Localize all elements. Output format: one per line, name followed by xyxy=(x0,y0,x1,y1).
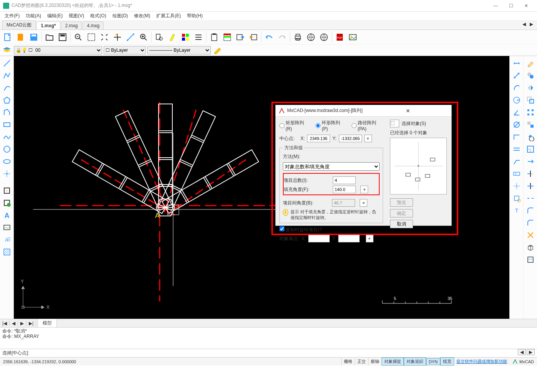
layer-selector[interactable]: 🔒💡 ☐ 00 xyxy=(14,46,102,54)
line-tool[interactable] xyxy=(1,58,13,69)
copy-button[interactable] xyxy=(525,70,536,81)
model-tab[interactable]: 模型 xyxy=(38,319,57,328)
tab-1mxg[interactable]: 1.mxg* xyxy=(36,21,60,30)
dim-continue-button[interactable] xyxy=(511,143,522,155)
block-insert-tool[interactable]: + xyxy=(1,185,13,196)
text-style-button[interactable]: T xyxy=(511,205,522,216)
list-button[interactable] xyxy=(192,31,205,43)
image-tool[interactable] xyxy=(1,222,13,233)
spline-tool[interactable] xyxy=(1,131,13,143)
radio-polar-array[interactable]: 环形阵列(P) xyxy=(316,120,345,132)
menu-extension[interactable]: 扩展工具(E) xyxy=(153,12,184,20)
minimize-button[interactable]: — xyxy=(488,0,503,11)
center-y-input[interactable] xyxy=(339,135,362,142)
dialog-titlebar[interactable]: MxCAD-[www.mxdraw3d.com]-[阵列] ✕ xyxy=(276,105,451,117)
pick-center-button[interactable]: ⌖ xyxy=(364,135,372,142)
maximize-button[interactable]: ☐ xyxy=(503,0,519,11)
mirror-button[interactable] xyxy=(525,82,536,94)
redo-button[interactable] xyxy=(276,31,288,43)
print-button[interactable] xyxy=(292,31,304,43)
pick-base-button[interactable]: ⌖ xyxy=(366,235,373,242)
pdf-button[interactable]: PDF xyxy=(334,31,346,43)
text-tool[interactable]: A xyxy=(1,209,13,221)
block-create-tool[interactable] xyxy=(1,197,13,209)
layer-properties-button[interactable] xyxy=(221,31,233,43)
save-button[interactable] xyxy=(28,31,40,43)
feedback-link[interactable]: 提交软件问题或增加新功能 xyxy=(454,359,509,364)
circle-tool[interactable] xyxy=(1,143,13,155)
undo-button[interactable] xyxy=(263,31,275,43)
color-selector[interactable]: ☐ ByLayer xyxy=(104,46,146,54)
base-x-input[interactable] xyxy=(308,235,330,242)
offset-button[interactable] xyxy=(525,94,536,106)
menu-help[interactable]: 帮助(H) xyxy=(184,12,206,20)
menu-view[interactable]: 视图(V) xyxy=(66,12,87,20)
zoom-realtime-button[interactable] xyxy=(137,31,150,43)
menu-file[interactable]: 文件(F) xyxy=(2,12,23,20)
fillet-button[interactable] xyxy=(525,205,536,216)
tab-next-button[interactable]: ▶ xyxy=(528,21,535,27)
erase-button[interactable] xyxy=(525,58,536,69)
mtab-prev[interactable]: ◀ xyxy=(10,321,18,326)
highlight-button[interactable] xyxy=(166,31,178,43)
close-button[interactable]: ✕ xyxy=(519,0,534,11)
layer-manager-button[interactable] xyxy=(2,46,12,55)
status-ortho[interactable]: 正交 xyxy=(355,358,368,365)
web-button[interactable] xyxy=(318,31,330,43)
zoom-extents-button[interactable] xyxy=(98,31,111,43)
cloud-button[interactable] xyxy=(511,193,522,204)
pan-button[interactable] xyxy=(111,31,124,43)
command-input[interactable]: 选择[中心点]: ◀ ▶ xyxy=(0,349,537,357)
mtab-last[interactable]: ▶| xyxy=(26,321,36,326)
menu-format[interactable]: 格式(O) xyxy=(87,12,109,20)
zoom-previous-button[interactable] xyxy=(72,31,84,43)
pick-item-angle-button[interactable]: ⌖ xyxy=(360,199,367,207)
ellipse-tool[interactable] xyxy=(1,156,13,167)
tab-cloud[interactable]: MxCAD云图 xyxy=(2,20,36,30)
polyline-tool[interactable] xyxy=(1,70,13,81)
trim-button[interactable] xyxy=(525,168,536,180)
menu-edit[interactable]: 编辑(E) xyxy=(44,12,66,20)
import-button[interactable] xyxy=(247,31,259,43)
move-button[interactable] xyxy=(525,119,536,130)
rotate-button[interactable] xyxy=(525,131,536,143)
export-button[interactable] xyxy=(234,31,246,43)
hatch-tool[interactable] xyxy=(1,246,13,258)
properties-button[interactable] xyxy=(525,254,536,265)
status-lweight[interactable]: 线宽 xyxy=(440,357,454,366)
polygon-tool[interactable] xyxy=(1,94,13,106)
point-tool[interactable] xyxy=(1,168,13,180)
dialog-close-button[interactable]: ✕ xyxy=(368,108,448,114)
rotate-copy-checkbox[interactable]: 复制时旋转项目(T xyxy=(279,226,322,233)
save-as-button[interactable] xyxy=(56,31,69,43)
extend-button[interactable] xyxy=(525,180,536,192)
center-mark-button[interactable] xyxy=(511,180,522,192)
menu-function[interactable]: 功能(A) xyxy=(23,12,44,20)
stretch-button[interactable] xyxy=(525,156,536,167)
new-file-button[interactable] xyxy=(2,31,14,43)
status-grid[interactable]: 栅格 xyxy=(341,358,355,365)
dim-angular-button[interactable] xyxy=(511,107,522,118)
center-x-input[interactable] xyxy=(307,135,330,142)
tab-2mxg[interactable]: 2.mxg xyxy=(61,21,82,30)
cmd-scroll-left[interactable]: ◀ xyxy=(518,349,526,355)
explode-button[interactable] xyxy=(525,229,536,241)
leader-button[interactable] xyxy=(511,156,522,167)
menu-draw[interactable]: 绘图(D) xyxy=(109,12,131,20)
cancel-button[interactable]: 取消 xyxy=(390,220,413,228)
radio-path-array[interactable]: 路径阵列(PA) xyxy=(352,120,383,132)
mtab-next[interactable]: ▶ xyxy=(18,321,26,326)
clipboard-button[interactable] xyxy=(208,31,220,43)
find-button[interactable] xyxy=(153,31,165,43)
tab-prev-button[interactable]: ◀ xyxy=(521,21,527,27)
item-total-input[interactable] xyxy=(333,176,356,184)
status-otrack[interactable]: 对象追踪 xyxy=(404,357,426,366)
mtext-tool[interactable]: A xyxy=(1,234,13,245)
open-folder-button[interactable] xyxy=(43,31,56,43)
status-polar[interactable]: 极轴 xyxy=(368,358,382,365)
dim-linear-button[interactable] xyxy=(511,58,522,69)
edit-pencil-button[interactable] xyxy=(212,46,223,55)
linetype-selector[interactable]: ————— ByLayer xyxy=(147,46,211,54)
zoom-window-button[interactable] xyxy=(85,31,97,43)
fill-angle-input[interactable] xyxy=(333,186,356,193)
